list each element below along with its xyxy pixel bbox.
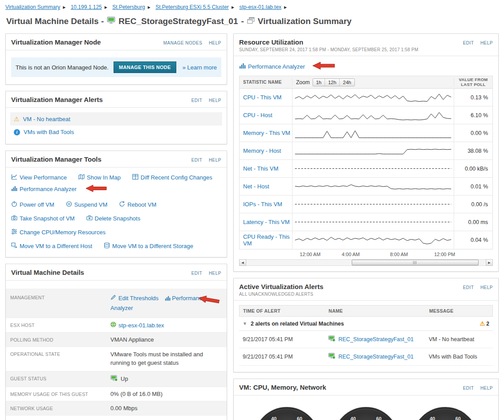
- help-link[interactable]: HELP: [209, 41, 221, 45]
- scrollbar-thumb[interactable]: [352, 260, 479, 265]
- help-link[interactable]: HELP: [209, 271, 221, 276]
- alert-vm-link[interactable]: REC_StorageStrategyFast_01: [338, 354, 414, 360]
- breadcrumb-separator-icon: ▶: [63, 5, 65, 9]
- memory-gauge: 40 60: [333, 407, 399, 420]
- help-link[interactable]: HELP: [209, 98, 221, 103]
- zoom-label: Zoom: [296, 79, 310, 86]
- performance-analyzer-link[interactable]: Performance Analyzer: [239, 62, 305, 70]
- stat-value: 0.01 %: [454, 178, 492, 195]
- stat-row-net-this-vm: Net - This VM 0.00 kB/s: [240, 160, 492, 178]
- zoom-1h-button[interactable]: 1h: [313, 79, 325, 86]
- performance-analyzer-icon: [165, 295, 171, 304]
- sliders-icon: [11, 228, 17, 236]
- detail-row-memory-usage: MEMORY USAGE OF THIS GUEST 0% (0 B of 16…: [6, 387, 227, 401]
- page-title-vm-name: REC_StorageStrategyFast_01: [118, 16, 238, 26]
- stat-link[interactable]: Memory - Host: [243, 147, 281, 154]
- breadcrumb-separator-icon: ▶: [148, 5, 150, 9]
- panel-virtual-machine-details: Virtual Machine Details EDIT HELP MANAGE…: [5, 264, 227, 420]
- alert-vm-link[interactable]: REC_StorageStrategyFast_01: [338, 336, 414, 343]
- edit-link[interactable]: EDIT: [191, 158, 203, 163]
- grip-icon: [413, 261, 417, 264]
- move-vm-host-link[interactable]: Move VM to a Different Host: [11, 242, 92, 250]
- stat-row-iops-this-vm: IOPs - This VM 0.00 /s: [240, 196, 492, 213]
- change-cpu-memory-link[interactable]: Change CPU/Memory Resources: [11, 228, 106, 236]
- scrollbar-track[interactable]: [246, 259, 486, 266]
- edit-link[interactable]: EDIT: [463, 386, 474, 391]
- zoom-24h-button[interactable]: 24h: [339, 79, 354, 86]
- learn-more-link[interactable]: » Learn more: [183, 64, 217, 71]
- sparkline-chart: [293, 107, 453, 123]
- diff-config-changes-link[interactable]: Diff Recent Config Changes: [132, 174, 212, 181]
- alert-no-heartbeat-link[interactable]: VM - No heartbeat: [23, 116, 70, 122]
- help-link[interactable]: HELP: [209, 158, 221, 163]
- edit-thresholds-link[interactable]: Edit Thresholds: [110, 294, 159, 303]
- column-header-value: VALUE FROM LAST POLL: [454, 77, 492, 87]
- edit-link[interactable]: EDIT: [191, 98, 203, 103]
- detail-row-guest-status: GUEST STATUS Up: [6, 371, 227, 387]
- help-link[interactable]: HELP: [480, 285, 493, 290]
- zoom-12h-button[interactable]: 12h: [325, 79, 339, 86]
- stat-link[interactable]: CPU Ready - This VM: [243, 233, 292, 247]
- help-link[interactable]: HELP: [480, 386, 493, 391]
- move-vm-storage-link[interactable]: Move VM to a Different Storage: [104, 242, 193, 250]
- alert-message: VM - No heartbeat: [429, 336, 493, 343]
- detail-row-network-usage: NETWORK USAGE 0.00 Mbps: [6, 401, 227, 416]
- breadcrumb-host[interactable]: stp-esx-01.lab.tex: [239, 4, 281, 10]
- alerts-subtitle: ALL UNACKNOWLEDGED ALERTS: [239, 292, 323, 297]
- stat-link[interactable]: Net - Host: [243, 183, 269, 190]
- performance-analyzer-icon: [239, 62, 246, 70]
- esx-host-link[interactable]: stp-esx-01.lab.tex: [110, 322, 164, 329]
- cpu-gauge: 40 60: [254, 407, 320, 420]
- stat-row-net-host: Net - Host 0.01 %: [240, 178, 492, 196]
- sparkline-chart: [293, 214, 453, 230]
- alert-group-row: ▼ 2 alerts on related Virtual Machines ⚠…: [239, 317, 493, 331]
- breadcrumb-cluster[interactable]: St.Petersburg ESXi 5.5 Cluster: [155, 4, 229, 10]
- stat-link[interactable]: CPU - Host: [243, 112, 272, 118]
- info-icon: i: [14, 129, 20, 135]
- stat-link[interactable]: Latency - This VM: [243, 219, 290, 225]
- details-table: MANAGEMENT Edit Thresholds Performance A…: [6, 281, 227, 420]
- stat-link[interactable]: CPU - This VM: [243, 94, 281, 101]
- stat-link[interactable]: Net - This VM: [243, 165, 278, 172]
- stat-value: 6.10 %: [454, 106, 492, 124]
- scroll-left-button[interactable]: ◀: [239, 259, 246, 266]
- stat-link[interactable]: IOPs - This VM: [243, 201, 282, 208]
- panel-active-virtualization-alerts: Active Virtualization Alerts ALL UNACKNO…: [233, 278, 499, 372]
- power-off-vm-link[interactable]: Power off VM: [11, 201, 54, 208]
- help-link[interactable]: HELP: [480, 41, 493, 45]
- vm-status-up-icon: [328, 353, 336, 361]
- vm-status-up-icon: [328, 335, 336, 343]
- page-title-context: Virtualization Summary: [258, 16, 352, 26]
- performance-analyzer-link[interactable]: Performance Analyzer: [11, 185, 77, 193]
- scroll-right-button[interactable]: ▶: [486, 259, 493, 266]
- take-snapshot-link[interactable]: Take Snapshot of VM: [11, 215, 75, 222]
- manage-nodes-link[interactable]: MANAGE NODES: [163, 41, 203, 45]
- storage-icon: [104, 242, 110, 250]
- sparkline-chart: [293, 196, 453, 212]
- detail-row-operational-state: OPERATIONAL STATE VMware Tools must be i…: [6, 347, 227, 371]
- view-performance-link[interactable]: View Performance: [11, 174, 67, 181]
- delete-snapshots-link[interactable]: Delete Snapshots: [86, 215, 141, 222]
- breadcrumb-virtualization-summary[interactable]: Virtualization Summary: [5, 4, 60, 10]
- edit-link[interactable]: EDIT: [191, 271, 203, 276]
- edit-link[interactable]: EDIT: [463, 41, 474, 45]
- detail-row-management: MANAGEMENT Edit Thresholds Performance A…: [6, 289, 227, 318]
- suspend-vm-link[interactable]: Suspend VM: [66, 201, 107, 208]
- time-axis: 12:00 AM 4:00 AM 8:00 AM 12:00 PM: [239, 250, 493, 259]
- edit-link[interactable]: EDIT: [463, 285, 474, 290]
- manage-this-node-button[interactable]: MANAGE THIS NODE: [114, 61, 176, 73]
- stat-link[interactable]: Memory - This VM: [243, 130, 290, 136]
- alert-bad-tools-link[interactable]: VMs with Bad Tools: [24, 129, 74, 135]
- stat-value: 0.00 ms: [454, 213, 492, 231]
- alert-list-item: i VMs with Bad Tools: [10, 126, 222, 139]
- breadcrumb-datacenter[interactable]: St.Petersburg: [112, 4, 145, 10]
- stat-row-cpu-ready-this-vm: CPU Ready - This VM 0.04 %: [240, 231, 492, 249]
- reboot-vm-link[interactable]: Reboot VM: [119, 201, 156, 208]
- collapse-caret-icon[interactable]: ▼: [243, 321, 247, 326]
- stat-row-memory-this-vm: Memory - This VM 0.00 %: [240, 124, 492, 142]
- breadcrumb-node-ip[interactable]: 10.199.1.125: [71, 4, 102, 10]
- page-title-prefix: Virtual Machine Details -: [6, 16, 104, 26]
- sparkline-chart: [293, 125, 453, 141]
- show-in-map-link[interactable]: Show In Map: [78, 174, 121, 181]
- alert-list-item: ⚠ VM - No heartbeat: [10, 112, 222, 126]
